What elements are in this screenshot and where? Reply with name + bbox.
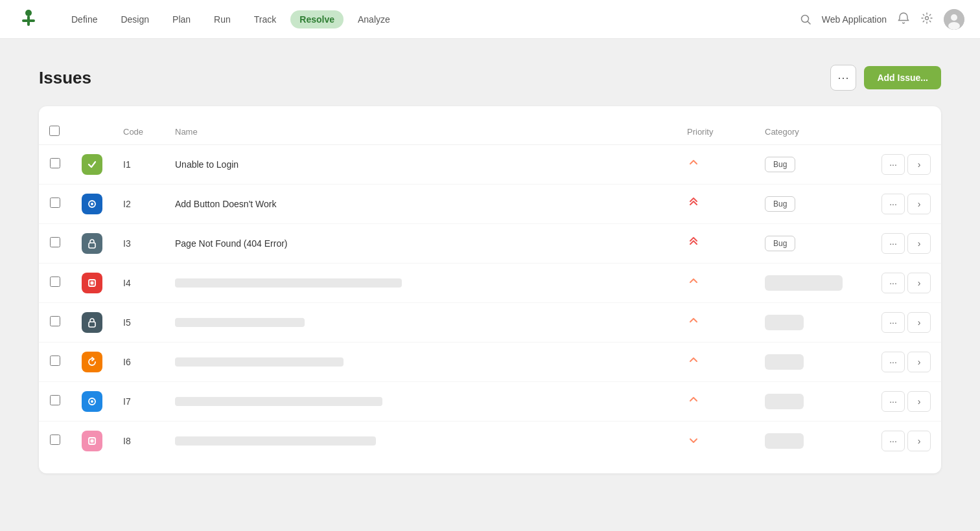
row-priority-cell [677,145,754,185]
svg-line-4 [808,21,810,24]
row-actions-cell: ··· › [871,343,941,382]
row-icon-cell [71,264,113,303]
row-checkbox-cell [39,185,71,224]
row-action-buttons: ··· › [881,391,931,412]
row-checkbox-I4[interactable] [50,277,60,287]
row-open-button[interactable]: › [907,391,931,412]
row-checkbox-I8[interactable] [50,435,60,445]
row-action-buttons: ··· › [881,431,931,451]
row-more-button[interactable]: ··· [881,352,905,372]
gear-icon [920,12,933,25]
issue-icon [82,352,102,372]
svg-rect-18 [91,440,94,443]
row-open-button[interactable]: › [907,154,931,175]
row-priority-cell [677,185,754,224]
issues-table-card: Code Name Priority Category I1 Unable to… [39,106,941,473]
row-icon-cell [71,303,113,343]
row-more-button[interactable]: ··· [881,312,905,333]
row-name-cell [165,422,677,461]
name-skeleton [175,278,402,288]
nav-run[interactable]: Run [205,10,240,28]
svg-point-0 [25,10,32,16]
issue-icon [82,233,102,254]
row-checkbox-I7[interactable] [50,395,60,405]
row-checkbox-I6[interactable] [50,356,60,366]
row-checkbox-I2[interactable] [50,198,60,208]
category-badge: Bug [765,157,795,172]
row-icon-cell [71,382,113,422]
header-name: Name [165,119,677,145]
row-category-cell: Bug [754,185,871,224]
priority-icon [687,437,700,448]
category-skeleton [765,433,804,449]
table-row: I3 Page Not Found (404 Error) Bug ··· › [39,224,941,264]
row-open-button[interactable]: › [907,233,931,254]
nav-analyze[interactable]: Analyze [349,10,399,28]
row-more-button[interactable]: ··· [881,273,905,293]
row-action-buttons: ··· › [881,352,931,372]
row-checkbox-cell [39,224,71,264]
svg-point-10 [91,203,93,205]
table-row: I6 ··· › [39,343,941,382]
row-action-buttons: ··· › [881,312,931,333]
row-checkbox-I1[interactable] [50,158,60,168]
issue-icon [82,194,102,214]
issue-code: I1 [123,159,131,170]
row-more-button[interactable]: ··· [881,431,905,451]
table-header-row: Code Name Priority Category [39,119,941,145]
nav-resolve[interactable]: Resolve [290,10,344,28]
search-button[interactable] [800,14,811,25]
row-name-cell [165,343,677,382]
row-checkbox-I5[interactable] [50,316,60,326]
row-checkbox-I3[interactable] [50,237,60,247]
user-avatar[interactable] [944,9,964,30]
row-open-button[interactable]: › [907,194,931,214]
row-more-button[interactable]: ··· [881,233,905,254]
nav-define[interactable]: Define [62,10,106,28]
name-skeleton [175,397,382,406]
row-open-button[interactable]: › [907,273,931,293]
issue-icon [82,154,102,175]
row-more-button[interactable]: ··· [881,154,905,175]
row-name-cell [165,382,677,422]
table-row: I1 Unable to Login Bug ··· › [39,145,941,185]
row-category-cell [754,382,871,422]
row-more-button[interactable]: ··· [881,194,905,214]
row-category-cell [754,264,871,303]
row-open-button[interactable]: › [907,312,931,333]
row-name-cell [165,303,677,343]
top-navigation: Define Design Plan Run Track Resolve Ana… [0,0,980,39]
row-actions-cell: ··· › [871,382,941,422]
issue-code: I2 [123,199,131,209]
row-more-button[interactable]: ··· [881,391,905,412]
nav-plan[interactable]: Plan [163,10,200,28]
row-checkbox-cell [39,303,71,343]
select-all-checkbox[interactable] [49,126,60,136]
settings-button[interactable] [920,12,933,27]
row-open-button[interactable]: › [907,352,931,372]
svg-point-5 [926,16,929,19]
issue-name: Unable to Login [175,159,239,170]
priority-icon [687,358,700,369]
row-open-button[interactable]: › [907,431,931,451]
add-issue-button[interactable]: Add Issue... [864,66,941,89]
issue-code: I3 [123,238,131,249]
category-badge: Bug [765,196,795,212]
row-actions-cell: ··· › [871,264,941,303]
row-name-cell: Unable to Login [165,145,677,185]
svg-rect-14 [89,322,95,327]
issue-code: I6 [123,357,131,367]
app-logo[interactable] [16,6,41,32]
nav-track[interactable]: Track [245,10,285,28]
nav-design[interactable]: Design [111,10,158,28]
header-actions: ··· Add Issue... [830,65,941,91]
header-checkbox-col [39,119,71,145]
issue-code: I4 [123,278,131,288]
table-row: I7 ··· › [39,382,941,422]
issue-icon [82,431,102,451]
header-code: Code [113,119,165,145]
row-checkbox-cell [39,382,71,422]
notification-button[interactable] [897,12,910,27]
more-options-button[interactable]: ··· [830,65,856,91]
main-nav: Define Design Plan Run Track Resolve Ana… [62,10,399,28]
